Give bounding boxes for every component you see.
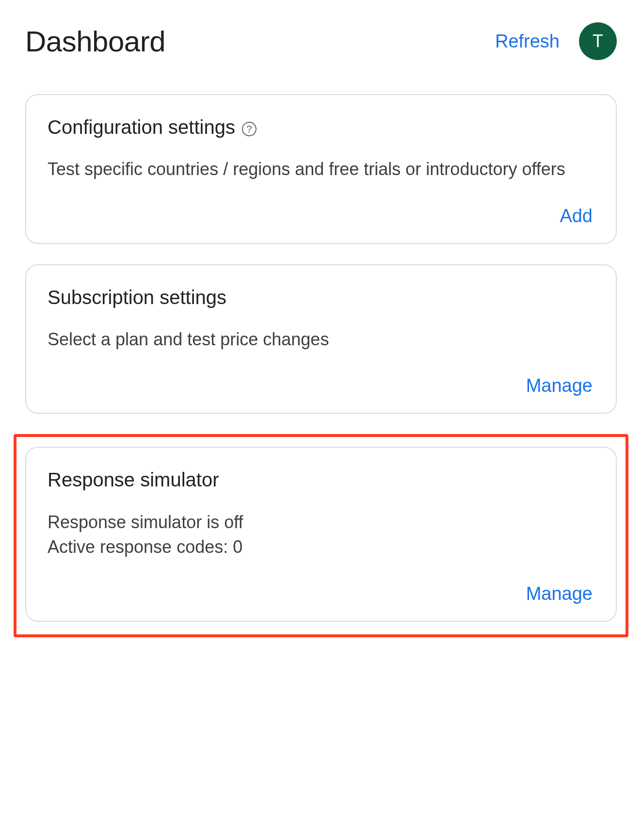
card-title: Response simulator — [48, 469, 219, 491]
help-icon[interactable]: ? — [242, 122, 257, 136]
card-title: Subscription settings — [48, 287, 226, 308]
card-title-row: Configuration settings ? — [48, 116, 594, 138]
simulator-status: Response simulator is off — [48, 510, 594, 534]
page-title: Dashboard — [25, 25, 165, 58]
subscription-settings-card: Subscription settings Select a plan and … — [25, 264, 617, 414]
add-button[interactable]: Add — [560, 206, 594, 226]
configuration-settings-card: Configuration settings ? Test specific c… — [25, 94, 617, 244]
header: Dashboard Refresh T — [25, 22, 617, 60]
card-title: Configuration settings — [48, 116, 235, 138]
highlight-annotation: Response simulator Response simulator is… — [14, 434, 628, 637]
manage-simulator-button[interactable]: Manage — [526, 583, 594, 604]
card-title-row: Response simulator — [48, 469, 594, 491]
card-footer: Manage — [48, 576, 594, 604]
card-footer: Add — [48, 198, 594, 226]
active-codes: Active response codes: 0 — [48, 535, 594, 559]
avatar[interactable]: T — [579, 22, 617, 60]
header-actions: Refresh T — [495, 22, 617, 60]
card-title-row: Subscription settings — [48, 287, 594, 308]
card-description: Response simulator is off Active respons… — [48, 510, 594, 559]
card-description: Select a plan and test price changes — [48, 328, 594, 352]
card-description: Test specific countries / regions and fr… — [48, 158, 594, 181]
refresh-button[interactable]: Refresh — [495, 31, 560, 52]
response-simulator-card: Response simulator Response simulator is… — [25, 447, 617, 622]
card-footer: Manage — [48, 368, 594, 396]
manage-subscription-button[interactable]: Manage — [526, 375, 594, 396]
